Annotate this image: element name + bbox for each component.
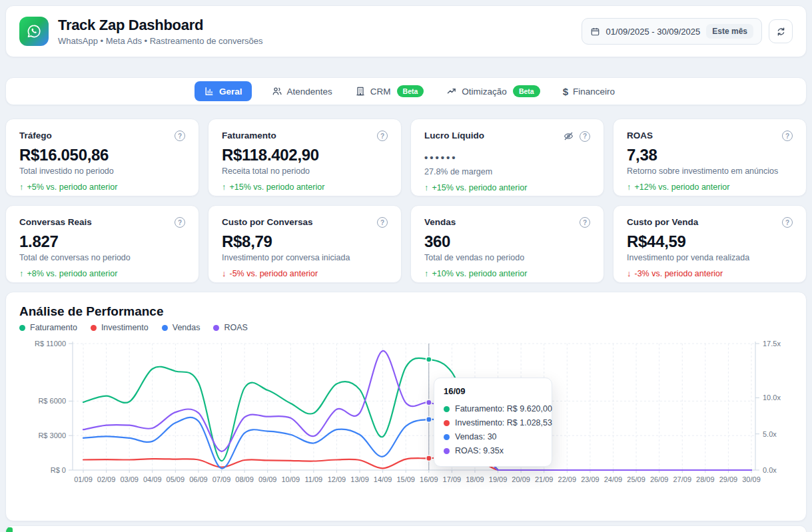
kpi-description: Total de conversas no periodo [19, 253, 185, 262]
help-icon[interactable]: ? [377, 217, 388, 228]
trend-up-arrow-icon: ↑ [19, 268, 24, 278]
trend-up-arrow-icon: ↑ [424, 268, 429, 278]
kpi-trend: ↑+15% vs. periodo anterior [424, 182, 590, 192]
kpi-title: Custo por Conversas [222, 217, 313, 227]
kpi-card-trafego: Tráfego ? R$16.050,86 Total investido no… [5, 119, 199, 196]
kpi-value: R$44,59 [627, 232, 793, 252]
date-range-button[interactable]: 01/09/2025 - 30/09/2025 Este mês [582, 18, 762, 45]
svg-text:5.0x: 5.0x [763, 430, 777, 438]
refresh-button[interactable] [769, 19, 793, 43]
kpi-trend: ↑+10% vs. periodo anterior [424, 268, 590, 278]
refresh-icon [776, 27, 786, 37]
tooltip-row: Faturamento: R$ 9.620,00 [444, 402, 542, 416]
tab-crm[interactable]: CRM Beta [352, 81, 427, 102]
kpi-description: Investimento por conversa iniciada [222, 253, 388, 262]
kpi-card-conversas-reais: Conversas Reais ? 1.827 Total de convers… [5, 205, 199, 283]
kpi-value: R$118.402,90 [222, 145, 388, 165]
kpi-card-lucro-liquido: Lucro Líquido ? •••••• 27.8% de margem ↑… [410, 119, 604, 196]
kpi-trend: ↑+8% vs. periodo anterior [19, 268, 185, 278]
kpi-description: Retorno sobre investimento em anúncios [627, 166, 793, 176]
title-block: Track Zap Dashboard WhatsApp • Meta Ads … [58, 17, 263, 46]
kpi-description: 27.8% de margem [424, 167, 590, 176]
kpi-value: 360 [424, 232, 590, 252]
help-icon[interactable]: ? [580, 131, 590, 142]
svg-text:10/09: 10/09 [282, 475, 300, 483]
help-icon[interactable]: ? [782, 217, 793, 228]
dashboard-page: Track Zap Dashboard WhatsApp • Meta Ads … [0, 0, 812, 532]
trend-up-arrow-icon: ↑ [627, 182, 631, 192]
header-brand: Track Zap Dashboard WhatsApp • Meta Ads … [19, 17, 263, 46]
svg-text:R$ 3000: R$ 3000 [38, 431, 66, 439]
chart-canvas[interactable]: R$ 0R$ 3000R$ 6000R$ 110000.0x5.0x10.0x1… [19, 338, 793, 497]
legend-item-vendas[interactable]: Vendas [162, 323, 201, 332]
kpi-card-faturamento: Faturamento ? R$118.402,90 Receita total… [208, 119, 402, 196]
legend-dot [91, 325, 97, 331]
tab-financeiro[interactable]: $ Financeiro [560, 81, 617, 102]
chart-legend: Faturamento Investimento Vendas ROAS [19, 323, 793, 332]
tooltip-row: Vendas: 30 [444, 430, 542, 444]
svg-text:22/09: 22/09 [558, 475, 577, 483]
kpi-title: Faturamento [222, 131, 276, 140]
legend-item-roas[interactable]: ROAS [213, 323, 247, 332]
svg-text:01/09: 01/09 [74, 475, 93, 483]
legend-item-faturamento[interactable]: Faturamento [19, 323, 77, 332]
page-subtitle: WhatsApp • Meta Ads • Rastreamento de co… [58, 36, 263, 46]
tab-label: Geral [219, 87, 242, 97]
svg-text:26/09: 26/09 [650, 475, 669, 483]
performance-line-chart[interactable]: R$ 0R$ 3000R$ 6000R$ 110000.0x5.0x10.0x1… [19, 338, 794, 497]
svg-text:23/09: 23/09 [581, 475, 600, 483]
svg-text:0.0x: 0.0x [763, 466, 777, 474]
series-dot [444, 420, 450, 426]
kpi-row-1: Tráfego ? R$16.050,86 Total investido no… [5, 119, 807, 196]
series-dot [444, 406, 450, 412]
svg-text:28/09: 28/09 [696, 475, 715, 483]
kpi-title: Conversas Reais [19, 217, 92, 227]
kpi-title: Vendas [424, 217, 456, 227]
svg-text:R$ 11000: R$ 11000 [35, 340, 66, 348]
calendar-icon [590, 27, 600, 37]
svg-text:14/09: 14/09 [374, 475, 392, 483]
trend-up-arrow-icon: ↑ [222, 182, 226, 192]
users-icon [272, 86, 282, 97]
help-icon[interactable]: ? [175, 131, 185, 141]
beta-badge: Beta [397, 85, 424, 97]
svg-text:09/09: 09/09 [258, 475, 277, 483]
tooltip-row: ROAS: 9.35x [444, 444, 542, 458]
legend-dot [213, 325, 219, 331]
trend-down-arrow-icon: ↓ [222, 268, 226, 278]
tab-geral[interactable]: Geral [195, 81, 252, 101]
eye-off-icon[interactable] [563, 131, 574, 142]
kpi-title: ROAS [627, 131, 653, 140]
svg-text:06/09: 06/09 [189, 475, 208, 483]
svg-text:15/09: 15/09 [396, 475, 415, 483]
help-icon[interactable]: ? [175, 217, 185, 228]
kpi-title: Custo por Venda [627, 217, 698, 227]
kpi-card-custo-por-venda: Custo por Venda ? R$44,59 Investimento p… [613, 205, 807, 283]
kpi-description: Receita total no periodo [222, 166, 388, 176]
trend-up-arrow-icon: ↑ [424, 182, 429, 192]
help-icon[interactable]: ? [580, 217, 590, 228]
tab-atendentes[interactable]: Atendentes [269, 81, 335, 101]
trend-up-arrow-icon: ↑ [19, 182, 24, 192]
help-icon[interactable]: ? [782, 131, 793, 141]
tab-label: Atendentes [287, 87, 332, 97]
svg-text:17/09: 17/09 [443, 475, 462, 483]
series-dot [444, 434, 450, 440]
svg-text:R$ 0: R$ 0 [51, 466, 66, 474]
chart-tooltip: 16/09 Faturamento: R$ 9.620,00 Investime… [434, 378, 552, 467]
svg-text:27/09: 27/09 [673, 475, 691, 483]
svg-text:24/09: 24/09 [604, 475, 623, 483]
kpi-value: 1.827 [19, 232, 185, 252]
svg-text:10.0x: 10.0x [763, 394, 781, 401]
svg-text:16/09: 16/09 [420, 475, 438, 483]
page-title: Track Zap Dashboard [58, 17, 263, 34]
kpi-card-vendas: Vendas ? 360 Total de vendas no periodo … [410, 205, 604, 283]
tab-otimizacao[interactable]: Otimização Beta [444, 81, 542, 102]
kpi-value-masked: •••••• [424, 150, 590, 166]
next-section-card-partial [5, 525, 807, 532]
tab-bar: Geral Atendentes CRM Beta [5, 77, 807, 105]
kpi-title: Lucro Líquido [424, 131, 484, 140]
help-icon[interactable]: ? [377, 131, 388, 141]
legend-item-investimento[interactable]: Investimento [91, 323, 149, 332]
kpi-description: Total investido no periodo [19, 166, 185, 176]
